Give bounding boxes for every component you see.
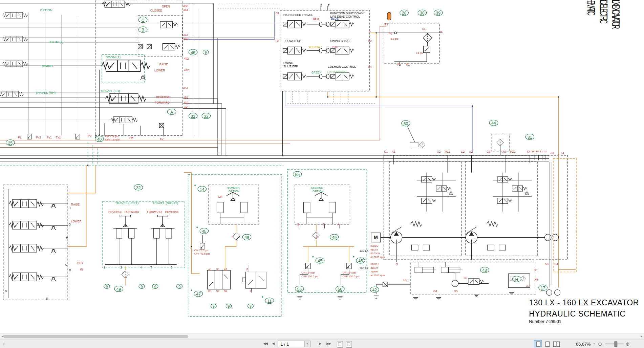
port-label: S [46,297,48,300]
port-label: R [66,236,68,239]
motion-label-raise: RAISE [159,63,168,66]
second-option-group [297,192,351,299]
port-label: 4a3 [183,8,188,11]
port-label: G1 [384,150,388,153]
solenoid-label-high-speed-travel: HIGH SPEED TRAVEL [283,14,313,16]
previous-view-icon[interactable] [337,341,343,347]
brown-pilot-lines [0,26,386,148]
pdf-viewer: OPTION BOOM (2) SWING TRAVEL (RH) BOOM (… [0,0,644,348]
callout-31: 31 [525,134,534,140]
motion-label-reverse: REVERSE [156,96,170,99]
pressure-sw45-off: OFF 43.5 psi [194,253,210,255]
port-label: P3 [384,23,388,26]
port-label: 4a2 [184,69,189,71]
port-label: 4 [140,266,142,268]
port-label: P [232,235,234,238]
port-label: X3 [502,150,506,153]
pressure-sw40-on: ON 174 psi [105,135,119,138]
zoom-level-value[interactable]: 66.67% [571,342,591,347]
first-page-button[interactable]: ◀◀ [261,341,269,347]
callout-55: 55 [293,171,302,177]
callout-B: B [138,26,148,32]
port-label: Px2 [36,136,41,139]
engine-isuzu-160-line1: ISUZU [370,263,379,266]
callout-32: 32 [202,113,211,119]
zoom-in-button[interactable]: ⊕ [625,341,630,347]
engine-isuzu-130-line4: at 2100 rpm [370,256,385,259]
continuous-view-icon[interactable] [543,340,551,347]
section-label-boom1: BOOM (1) [106,56,121,59]
port-label: P2 [397,63,401,66]
star-icon: * [353,255,355,261]
engine-isuzu-130-line3: 66.2KW [370,252,380,255]
callout-44: 44 [489,120,498,126]
port-label: H [69,206,71,209]
last-page-button[interactable]: ▶▶ [324,341,332,347]
wire-label-yellow: YELLOW [308,46,320,48]
callout-42: 42 [370,287,379,293]
motion-label-travel-left-forward: FORWARD [125,210,139,213]
port-label: X1 [534,269,538,271]
motion-label-hammer-on: ON [218,195,222,198]
port-label: PR [129,136,133,139]
engine-model-160: 160 LX [359,267,368,269]
port-label: Ps1 [47,136,52,139]
callout-30: 30 [418,10,427,16]
callout-9: 9 [211,304,217,309]
zoom-slider-thumb[interactable] [615,342,617,347]
zoom-dropdown-icon[interactable]: ▼ [592,341,596,347]
section-label-swing: SWING [42,65,53,68]
port-label: S [396,263,398,266]
page-dropdown-icon[interactable]: ▼ [304,341,310,347]
port-label: 4b2 [184,57,189,60]
horizontal-scrollbar-thumb[interactable] [3,335,188,338]
port-label: P [440,31,442,34]
callout-50: 50 [401,120,410,126]
title-block-number: Number 7-28501 [529,319,561,324]
motion-label-lower-left: LOWER [71,220,82,222]
port-label: A4 [561,152,564,154]
port-label: A1 [392,150,395,153]
pressure-sw45b-off: OFF 130.5 psi [301,275,318,278]
port-label: 4A2 [183,34,188,37]
callout-9: 9 [203,50,209,55]
port-label: P [246,268,249,270]
port-label: T [328,4,329,7]
single-page-view-icon[interactable] [534,340,542,347]
collapse-toolbar-icon[interactable]: ‹ [2,341,6,347]
callout-9: 9 [248,304,254,309]
port-label: R1 [532,150,536,153]
callout-47: *47 [194,291,203,297]
scroll-right-icon[interactable]: ► [639,334,644,339]
zoom-out-button[interactable]: ⊖ [597,341,603,347]
motion-label-forward: FORWARD [155,101,169,104]
star-icon: * [312,255,314,261]
page-number-input[interactable]: 1 / 1 ▼ [278,341,310,347]
pilot-supply-unit [376,12,443,66]
port-label: X4 [527,150,530,153]
port-label: X8 [534,278,538,281]
facing-pages-view-icon[interactable] [552,340,560,347]
callout-H: H [512,276,521,282]
title-block-line1: 130 LX - 160 LX EXCAVATOR [529,299,639,306]
port-label: PY [160,138,164,141]
port-label: T2 [543,150,546,153]
next-view-icon[interactable] [346,341,352,347]
next-page-button[interactable]: ▶ [317,341,323,347]
horizontal-scrollbar[interactable]: ◄ ► [0,334,644,339]
port-label: G [69,223,71,226]
callout-46: 46 [189,49,198,55]
previous-page-button[interactable]: ◀ [270,341,276,347]
main-control-valve-bank [0,1,180,139]
port-label: X2 [437,150,441,153]
section-label-second-2: OPTION [313,190,324,193]
engine-isuzu-160-line2: 4BGIT [370,267,378,269]
star-icon: * [191,288,192,294]
wire-label-blue: BLUE [331,17,339,20]
port-label: S1 [216,268,219,270]
page-number-value: 1 / 1 [280,342,289,347]
motion-label-lower: LOWER [154,69,165,72]
callout-43: 43 [480,267,489,273]
callout-25: 25 [6,139,15,146]
callout-28: 28 [400,10,409,16]
